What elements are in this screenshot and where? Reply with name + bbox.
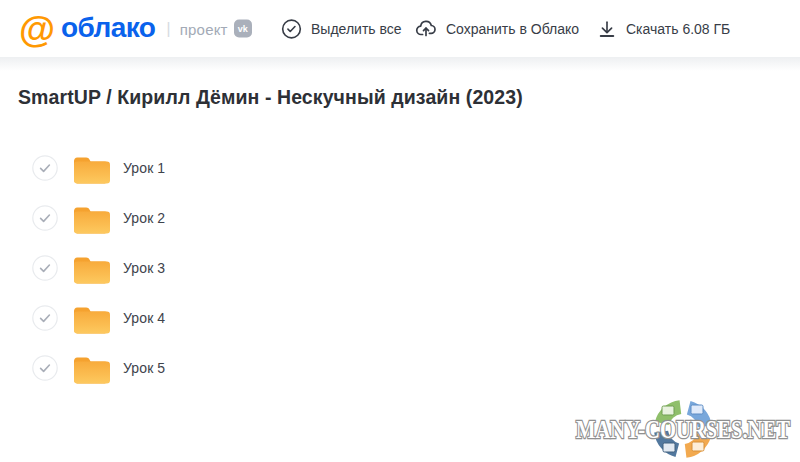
folder-row-urok-1[interactable]: Урок 1 (0, 143, 800, 193)
selected-check-icon[interactable] (32, 205, 58, 231)
folder-icon (72, 303, 110, 334)
globe-logo-icon (653, 399, 713, 459)
project-vk-label: проект vk (180, 20, 252, 38)
vk-badge-icon: vk (234, 20, 252, 38)
selected-check-icon[interactable] (32, 255, 58, 281)
folder-icon (72, 253, 110, 284)
folder-icon (72, 153, 110, 184)
download-label: Скачать 6.08 ГБ (626, 21, 730, 37)
download-button[interactable]: Скачать 6.08 ГБ (596, 18, 730, 40)
logo-brand-text: облако (61, 13, 155, 44)
cloud-logo[interactable]: @ облако | проект vk (19, 10, 252, 47)
cloud-mailru-page: @ облако | проект vk Выделить все (0, 0, 800, 462)
mailru-at-icon: @ (19, 10, 54, 47)
selected-check-icon[interactable] (32, 305, 58, 331)
watermark-text: MANY-COURSES.NET (576, 415, 790, 444)
download-icon (596, 18, 618, 40)
folder-row-urok-5[interactable]: Урок 5 (0, 343, 800, 393)
check-circle-icon (280, 17, 303, 40)
page-title: SmartUP / Кирилл Дёмин - Нескучный дизай… (18, 86, 800, 109)
folder-row-urok-3[interactable]: Урок 3 (0, 243, 800, 293)
folder-name: Урок 1 (123, 160, 165, 176)
cloud-upload-icon (414, 17, 438, 41)
selected-check-icon[interactable] (32, 155, 58, 181)
folder-row-urok-2[interactable]: Урок 2 (0, 193, 800, 243)
save-to-cloud-button[interactable]: Сохранить в Облако (414, 17, 579, 41)
select-all-label: Выделить все (311, 21, 402, 37)
select-all-button[interactable]: Выделить все (280, 17, 402, 40)
many-courses-watermark: MANY-COURSES.NET (566, 396, 798, 462)
folder-name: Урок 4 (123, 310, 165, 326)
folder-name: Урок 2 (123, 210, 165, 226)
selected-check-icon[interactable] (32, 355, 58, 381)
save-to-cloud-label: Сохранить в Облако (446, 21, 579, 37)
folder-list: Урок 1 Урок 2 Урок 3 Урок 4 Урок 5 (0, 143, 800, 393)
folder-icon (72, 353, 110, 384)
header-shadow (0, 57, 800, 71)
folder-name: Урок 5 (123, 360, 165, 376)
top-toolbar: @ облако | проект vk Выделить все (0, 0, 800, 57)
logo-divider: | (166, 19, 170, 39)
folder-contents: SmartUP / Кирилл Дёмин - Нескучный дизай… (0, 86, 800, 393)
folder-icon (72, 203, 110, 234)
folder-name: Урок 3 (123, 260, 165, 276)
folder-row-urok-4[interactable]: Урок 4 (0, 293, 800, 343)
project-label: проект (180, 20, 228, 37)
